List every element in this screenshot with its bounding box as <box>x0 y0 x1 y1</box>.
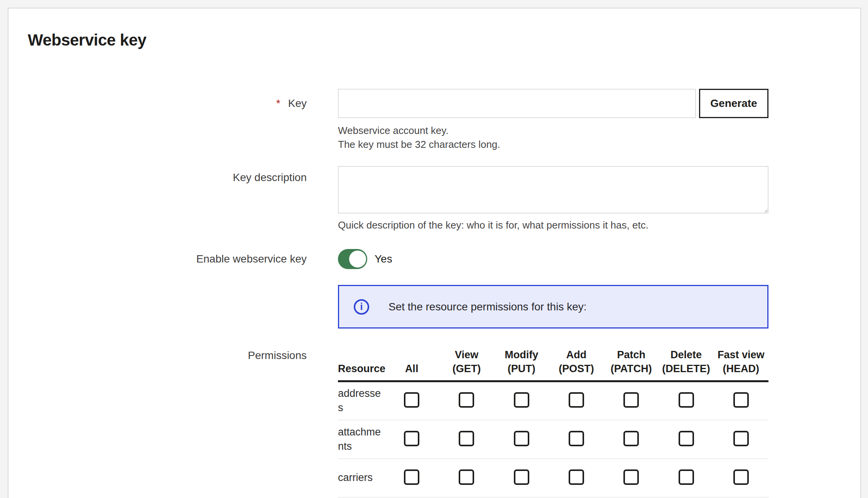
key-field-row: * Key Generate Webservice account key. T… <box>28 89 860 151</box>
permission-cell <box>659 381 713 420</box>
permission-checkbox[interactable] <box>623 469 639 485</box>
permission-checkbox[interactable] <box>404 431 419 446</box>
permission-checkbox[interactable] <box>623 392 639 408</box>
permission-cell <box>439 420 494 459</box>
permission-cell <box>384 459 439 497</box>
permission-cell <box>714 381 768 420</box>
description-label-text: Key description <box>233 171 307 184</box>
permission-cell <box>494 420 549 459</box>
permissions-table-body: addressesattachmentscarriers <box>338 381 768 497</box>
permission-cell <box>439 381 494 420</box>
permission-cell <box>549 381 604 420</box>
table-row: attachments <box>338 420 768 459</box>
permission-cell <box>659 420 713 459</box>
key-help-line-1: Webservice account key. <box>338 124 768 137</box>
key-controls: Generate Webservice account key. The key… <box>338 89 768 151</box>
column-header: Add(POST) <box>549 348 604 381</box>
permission-checkbox[interactable] <box>679 431 694 446</box>
info-alert: Set the resource permissions for this ke… <box>338 285 768 329</box>
toggle-state-label: Yes <box>375 253 392 265</box>
generate-button[interactable]: Generate <box>699 89 768 118</box>
enable-toggle[interactable] <box>338 249 367 269</box>
info-icon <box>354 299 369 315</box>
key-input[interactable] <box>338 89 696 118</box>
column-header: Fast view(HEAD) <box>714 348 768 381</box>
webservice-key-card: Webservice key * Key Generate Webservice… <box>8 8 861 498</box>
permission-checkbox[interactable] <box>569 392 584 408</box>
description-controls: Quick description of the key: who it is … <box>338 166 768 232</box>
permission-checkbox[interactable] <box>569 431 584 446</box>
permission-cell <box>439 459 494 497</box>
permissions-table: ResourceAllView(GET)Modify(PUT)Add(POST)… <box>338 348 768 498</box>
enable-label: Enable webservice key <box>28 249 307 265</box>
description-help-line: Quick description of the key: who it is … <box>338 218 768 232</box>
permissions-label-text: Permissions <box>248 349 307 362</box>
description-textarea[interactable] <box>338 166 768 213</box>
permission-cell <box>494 459 549 497</box>
description-help-text: Quick description of the key: who it is … <box>338 218 768 232</box>
description-field-row: Key description Quick description of the… <box>28 166 860 232</box>
table-row: carriers <box>338 459 768 497</box>
column-header-resource: Resource <box>338 348 384 381</box>
key-help-line-2: The key must be 32 characters long. <box>338 137 768 151</box>
permission-checkbox[interactable] <box>623 431 639 446</box>
resource-name: attachments <box>338 420 384 459</box>
resource-name: addresses <box>338 381 384 420</box>
description-label: Key description <box>28 166 307 184</box>
permission-cell <box>659 459 713 497</box>
column-header: All <box>384 348 439 381</box>
permission-cell <box>549 459 604 497</box>
permission-checkbox[interactable] <box>679 469 694 485</box>
permission-checkbox[interactable] <box>459 431 474 446</box>
permission-checkbox[interactable] <box>733 431 749 446</box>
resource-name: carriers <box>338 459 384 497</box>
permissions-label: Permissions <box>28 348 307 362</box>
permission-checkbox[interactable] <box>404 469 419 485</box>
column-header: Delete(DELETE) <box>659 348 713 381</box>
key-help-text: Webservice account key. The key must be … <box>338 124 768 151</box>
key-label: * Key <box>28 89 307 110</box>
permission-cell <box>384 420 439 459</box>
enable-field-row: Enable webservice key Yes <box>28 249 860 269</box>
column-header: View(GET) <box>439 348 494 381</box>
permissions-controls: ResourceAllView(GET)Modify(PUT)Add(POST)… <box>338 348 768 498</box>
permission-cell <box>714 459 768 497</box>
permission-checkbox[interactable] <box>514 431 529 446</box>
permissions-row: Permissions ResourceAllView(GET)Modify(P… <box>28 348 860 498</box>
info-alert-text: Set the resource permissions for this ke… <box>388 301 587 313</box>
required-asterisk: * <box>276 97 280 110</box>
enable-label-text: Enable webservice key <box>196 253 307 265</box>
key-label-text: Key <box>288 97 307 110</box>
header-row: ResourceAllView(GET)Modify(PUT)Add(POST)… <box>338 348 768 381</box>
column-header: Modify(PUT) <box>494 348 549 381</box>
permission-checkbox[interactable] <box>569 469 584 485</box>
permission-checkbox[interactable] <box>679 392 694 408</box>
permission-checkbox[interactable] <box>459 469 474 485</box>
permission-checkbox[interactable] <box>404 392 419 408</box>
webservice-key-form: * Key Generate Webservice account key. T… <box>28 89 860 498</box>
permission-cell <box>384 381 439 420</box>
permission-cell <box>549 420 604 459</box>
permission-checkbox[interactable] <box>514 469 529 485</box>
permission-checkbox[interactable] <box>733 392 749 408</box>
permission-cell <box>494 381 549 420</box>
permission-checkbox[interactable] <box>459 392 474 408</box>
enable-controls: Yes <box>338 249 768 269</box>
toggle-knob-icon <box>349 251 366 268</box>
permissions-table-head: ResourceAllView(GET)Modify(PUT)Add(POST)… <box>338 348 768 381</box>
key-input-group: Generate <box>338 89 768 118</box>
permission-cell <box>604 420 659 459</box>
column-header: Patch(PATCH) <box>604 348 659 381</box>
permission-checkbox[interactable] <box>514 392 529 408</box>
page-title: Webservice key <box>28 31 860 49</box>
permission-cell <box>604 459 659 497</box>
table-row: addresses <box>338 381 768 420</box>
permission-checkbox[interactable] <box>733 469 749 485</box>
permission-cell <box>604 381 659 420</box>
alert-row: Set the resource permissions for this ke… <box>28 285 860 329</box>
permission-cell <box>714 420 768 459</box>
